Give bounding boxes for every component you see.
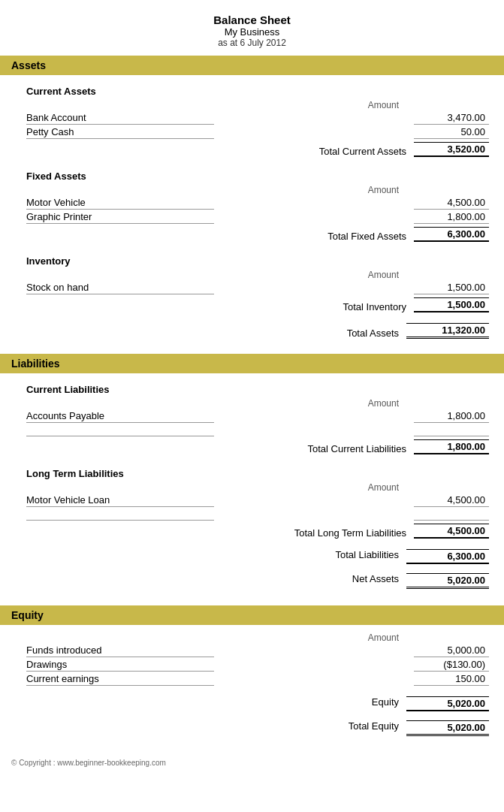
total-assets-row: Total Assets 11,320.00 — [15, 323, 489, 339]
list-item: Current earnings 150.00 — [15, 673, 489, 686]
fixed-assets-amount-header: Amount — [15, 185, 489, 195]
long-term-liabilities-amount-header: Amount — [15, 482, 489, 493]
net-assets-row: Net Assets 5,020.00 — [15, 573, 489, 589]
total-assets-label: Total Assets — [286, 328, 406, 339]
stock-on-hand-amount: 1,500.00 — [414, 282, 489, 294]
motor-vehicle-loan-label: Motor Vehicle Loan — [26, 494, 214, 507]
graphic-printer-label: Graphic Printer — [26, 211, 214, 224]
equity-subtotal-label: Equity — [286, 696, 406, 711]
net-assets-amount: 5,020.00 — [406, 573, 489, 589]
accounts-payable-label: Accounts Payable — [26, 410, 214, 423]
current-liabilities-amount-header: Amount — [15, 398, 489, 409]
equity-section-header: Equity — [0, 605, 504, 625]
list-item: Motor Vehicle 4,500.00 — [15, 197, 489, 210]
current-liabilities-title: Current Liabilities — [15, 384, 489, 395]
current-earnings-label: Current earnings — [26, 673, 214, 686]
petty-cash-label: Petty Cash — [26, 126, 214, 139]
blank-label — [26, 509, 214, 521]
total-fixed-assets-row: Total Fixed Assets 6,300.00 — [15, 227, 489, 242]
inventory-amount-header: Amount — [15, 270, 489, 280]
total-liabilities-amount: 6,300.00 — [406, 549, 489, 564]
report-header: Balance Sheet My Business as at 6 July 2… — [0, 8, 504, 56]
assets-section-body: Current Assets Amount Bank Account 3,470… — [0, 75, 504, 354]
total-equity-row: Total Equity 5,020.00 — [15, 720, 489, 736]
total-equity-label: Total Equity — [286, 720, 406, 736]
total-liabilities-row: Total Liabilities 6,300.00 — [15, 549, 489, 564]
total-equity-amount: 5,020.00 — [406, 720, 489, 736]
motor-vehicle-label: Motor Vehicle — [26, 197, 214, 210]
assets-section-header: Assets — [0, 56, 504, 75]
total-current-liabilities-row: Total Current Liabilities 1,800.00 — [15, 439, 489, 454]
list-item: Drawings ($130.00) — [15, 659, 489, 672]
list-item: Petty Cash 50.00 — [15, 126, 489, 139]
total-current-liabilities-label: Total Current Liabilities — [264, 443, 414, 454]
blank-row — [15, 509, 489, 521]
blank-row — [15, 424, 489, 436]
list-item: Stock on hand 1,500.00 — [15, 282, 489, 294]
drawings-label: Drawings — [26, 659, 214, 672]
current-assets-amount-header: Amount — [15, 100, 489, 110]
bank-account-label: Bank Account — [26, 112, 214, 125]
inventory-title: Inventory — [15, 255, 489, 267]
copyright-text: © Copyright : www.beginner-bookkeeping.c… — [0, 753, 504, 770]
total-fixed-assets-label: Total Fixed Assets — [264, 231, 414, 242]
equity-section-body: Amount Funds introduced 5,000.00 Drawing… — [0, 625, 504, 753]
list-item: Motor Vehicle Loan 4,500.00 — [15, 494, 489, 507]
report-title: Balance Sheet — [0, 14, 504, 26]
accounts-payable-amount: 1,800.00 — [414, 410, 489, 423]
long-term-liabilities-title: Long Term Liabilities — [15, 468, 489, 479]
net-assets-label: Net Assets — [286, 573, 406, 589]
report-date: as at 6 July 2012 — [0, 38, 504, 48]
liabilities-section-body: Current Liabilities Amount Accounts Paya… — [0, 373, 504, 605]
blank-amount — [414, 424, 489, 436]
list-item: Accounts Payable 1,800.00 — [15, 410, 489, 423]
total-long-term-liabilities-label: Total Long Term Liabilities — [264, 527, 414, 539]
total-fixed-assets-amount: 6,300.00 — [414, 227, 489, 242]
blank-label — [26, 424, 214, 436]
list-item: Bank Account 3,470.00 — [15, 112, 489, 125]
blank-amount — [414, 509, 489, 521]
total-inventory-label: Total Inventory — [264, 301, 414, 312]
equity-subtotal-row: Equity 5,020.00 — [15, 696, 489, 711]
total-current-assets-row: Total Current Assets 3,520.00 — [15, 142, 489, 157]
motor-vehicle-loan-amount: 4,500.00 — [414, 494, 489, 507]
total-current-liabilities-amount: 1,800.00 — [414, 439, 489, 454]
balance-sheet-page: Balance Sheet My Business as at 6 July 2… — [0, 0, 504, 777]
fixed-assets-title: Fixed Assets — [15, 171, 489, 182]
total-assets-amount: 11,320.00 — [406, 323, 489, 339]
list-item: Funds introduced 5,000.00 — [15, 644, 489, 657]
list-item: Graphic Printer 1,800.00 — [15, 211, 489, 224]
motor-vehicle-amount: 4,500.00 — [414, 197, 489, 210]
total-liabilities-label: Total Liabilities — [286, 549, 406, 564]
total-inventory-row: Total Inventory 1,500.00 — [15, 297, 489, 312]
liabilities-section-header: Liabilities — [0, 354, 504, 373]
report-subtitle: My Business — [0, 26, 504, 38]
current-earnings-amount: 150.00 — [414, 673, 489, 686]
stock-on-hand-label: Stock on hand — [26, 282, 214, 294]
total-current-assets-label: Total Current Assets — [264, 146, 414, 157]
equity-amount-header: Amount — [15, 632, 489, 643]
funds-introduced-amount: 5,000.00 — [414, 644, 489, 657]
funds-introduced-label: Funds introduced — [26, 644, 214, 657]
total-inventory-amount: 1,500.00 — [414, 297, 489, 312]
drawings-amount: ($130.00) — [414, 659, 489, 672]
total-long-term-liabilities-row: Total Long Term Liabilities 4,500.00 — [15, 524, 489, 539]
total-long-term-liabilities-amount: 4,500.00 — [414, 524, 489, 539]
equity-subtotal-amount: 5,020.00 — [406, 696, 489, 711]
petty-cash-amount: 50.00 — [414, 126, 489, 139]
graphic-printer-amount: 1,800.00 — [414, 211, 489, 224]
current-assets-title: Current Assets — [15, 86, 489, 97]
total-current-assets-amount: 3,520.00 — [414, 142, 489, 157]
bank-account-amount: 3,470.00 — [414, 112, 489, 125]
